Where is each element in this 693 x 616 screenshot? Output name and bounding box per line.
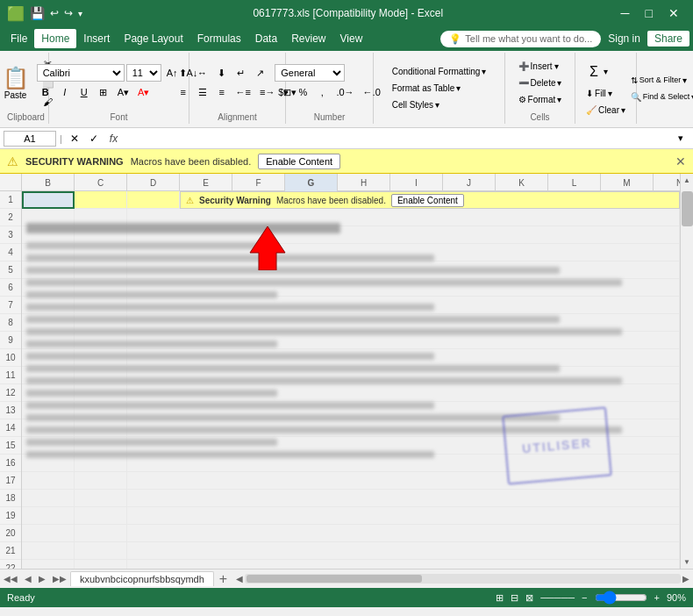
share-button[interactable]: Share	[647, 31, 689, 47]
font-color-button[interactable]: A▾	[134, 83, 153, 101]
rotate-button[interactable]: ↗	[252, 64, 269, 82]
underline-button[interactable]: U	[75, 83, 93, 101]
insert-button[interactable]: ➕ Insert ▾	[512, 59, 568, 74]
formula-cancel-button[interactable]: ✕	[66, 130, 83, 147]
add-sheet-button[interactable]: +	[214, 569, 232, 589]
signin-link[interactable]: Sign in	[608, 32, 640, 45]
cell-b1[interactable]	[22, 191, 75, 209]
next-tab-button[interactable]: ▶	[35, 574, 49, 584]
conditional-formatting-label: Conditional Formatting	[392, 67, 481, 76]
col-header-e[interactable]: E	[180, 174, 232, 191]
enable-content-button[interactable]: Enable Content	[258, 154, 340, 169]
close-button[interactable]: ✕	[661, 4, 686, 22]
sheet-tab-1[interactable]: kxubvnbcicopnurfsbbsqymdh	[70, 571, 214, 586]
security-warning-close[interactable]: ✕	[675, 154, 686, 168]
zoom-out-button[interactable]: −	[582, 592, 587, 603]
prev-tab-button[interactable]: ◀	[21, 574, 35, 584]
indent-decrease-button[interactable]: ←≡	[232, 83, 254, 101]
insert-dropdown-icon: ▾	[554, 61, 559, 71]
in-cell-enable-button[interactable]: Enable Content	[391, 194, 464, 207]
zoom-in-button[interactable]: +	[654, 592, 660, 603]
col-header-c[interactable]: C	[75, 174, 127, 191]
col-header-d[interactable]: D	[127, 174, 180, 191]
tell-me-box[interactable]: 💡 Tell me what you want to do...	[440, 31, 601, 47]
col-header-i[interactable]: I	[390, 174, 443, 191]
cell-c1[interactable]	[75, 191, 127, 209]
col-header-g[interactable]: G	[285, 174, 338, 191]
bold-button[interactable]: B	[37, 83, 54, 101]
scrollbar-thumb[interactable]	[682, 191, 693, 226]
col-header-j[interactable]: J	[443, 174, 496, 191]
status-bar: Ready ⊞ ⊟ ⊠ ───── − + 90%	[0, 588, 693, 607]
right-scroll-tab-button[interactable]: ▶▶	[49, 574, 70, 584]
format-icon: ⚙	[518, 95, 526, 104]
formula-expand-button[interactable]: ▾	[672, 130, 689, 147]
format-button[interactable]: ⚙ Format ▾	[512, 92, 568, 107]
scroll-down-button[interactable]: ▼	[681, 555, 694, 569]
col-header-m[interactable]: M	[601, 174, 654, 191]
menu-formulas[interactable]: Formulas	[190, 29, 248, 48]
maximize-button[interactable]: □	[639, 4, 660, 22]
menu-view[interactable]: View	[333, 29, 370, 48]
paste-button[interactable]: 📋 Paste	[0, 61, 37, 104]
sort-filter-button[interactable]: ⇅ Sort & Filter ▾	[625, 73, 693, 88]
col-header-k[interactable]: K	[496, 174, 548, 191]
scrollbar-track[interactable]	[681, 187, 694, 555]
currency-button[interactable]: $▾	[275, 83, 292, 101]
cell-styles-button[interactable]: Cell Styles ▾	[386, 97, 493, 112]
align-left-button[interactable]: ≡	[175, 83, 192, 101]
zoom-level[interactable]: 90%	[667, 592, 686, 603]
increase-decimal-button[interactable]: .0→	[332, 83, 357, 101]
grid-row-1: ⚠ Security Warning Macros have been disa…	[22, 191, 680, 209]
align-center-button[interactable]: ☰	[194, 83, 211, 101]
number-format-select[interactable]: General	[275, 64, 345, 82]
view-layout-button[interactable]: ⊟	[511, 592, 518, 604]
border-button[interactable]: ⊞	[95, 83, 112, 101]
menu-review[interactable]: Review	[284, 29, 332, 48]
menu-insert[interactable]: Insert	[76, 29, 117, 48]
align-top-button[interactable]: ⬆	[175, 64, 192, 82]
fill-color-button[interactable]: A▾	[114, 83, 132, 101]
quick-access-save[interactable]: 💾	[30, 6, 45, 20]
quick-access-redo[interactable]: ↪	[64, 7, 73, 19]
name-box[interactable]	[4, 131, 56, 147]
col-header-b[interactable]: B	[22, 174, 75, 191]
minimize-button[interactable]: ─	[614, 4, 637, 22]
view-normal-button[interactable]: ⊞	[496, 592, 504, 604]
formula-input[interactable]	[125, 133, 668, 144]
wrap-text-button[interactable]: ↵	[232, 64, 250, 82]
delete-button[interactable]: ➖ Delete ▾	[512, 75, 568, 90]
menu-file[interactable]: File	[4, 29, 34, 48]
col-header-l[interactable]: L	[548, 174, 601, 191]
h-scroll-right-button[interactable]: ▶	[682, 574, 689, 584]
align-middle-button[interactable]: ↔	[194, 64, 211, 82]
scroll-up-button[interactable]: ▲	[681, 174, 694, 187]
menu-data[interactable]: Data	[248, 29, 284, 48]
view-page-break-button[interactable]: ⊠	[525, 592, 533, 604]
font-name-select[interactable]: Calibri	[37, 64, 125, 82]
conditional-formatting-button[interactable]: Conditional Formatting ▾	[386, 64, 493, 79]
col-header-n[interactable]: N	[654, 174, 680, 191]
align-bottom-button[interactable]: ⬇	[213, 64, 231, 82]
menu-home[interactable]: Home	[34, 29, 76, 48]
format-as-table-button[interactable]: Format as Table ▾	[386, 81, 493, 96]
formula-confirm-button[interactable]: ✓	[85, 130, 103, 147]
italic-button[interactable]: I	[56, 83, 74, 101]
v-scrollbar[interactable]: ▲ ▼	[680, 174, 693, 569]
zoom-slider[interactable]	[595, 591, 647, 605]
thousands-button[interactable]: ,	[313, 83, 331, 101]
left-scroll-tab-button[interactable]: ◀◀	[0, 574, 21, 584]
percent-button[interactable]: %	[294, 83, 311, 101]
col-header-h[interactable]: H	[338, 174, 390, 191]
h-scrollbar-thumb[interactable]	[246, 575, 422, 583]
find-select-button[interactable]: 🔍 Find & Select ▾	[625, 90, 693, 104]
h-scroll-left-button[interactable]: ◀	[236, 574, 243, 584]
security-warning-text: Macros have been disabled.	[131, 156, 252, 167]
align-right-button[interactable]: ≡	[213, 83, 231, 101]
col-header-f[interactable]: F	[232, 174, 285, 191]
menu-page-layout[interactable]: Page Layout	[117, 29, 189, 48]
cell-d1[interactable]	[127, 191, 180, 209]
h-scrollbar-track[interactable]	[245, 574, 681, 584]
quick-access-undo[interactable]: ↩	[50, 7, 59, 19]
font-size-select[interactable]: 11	[126, 64, 161, 82]
